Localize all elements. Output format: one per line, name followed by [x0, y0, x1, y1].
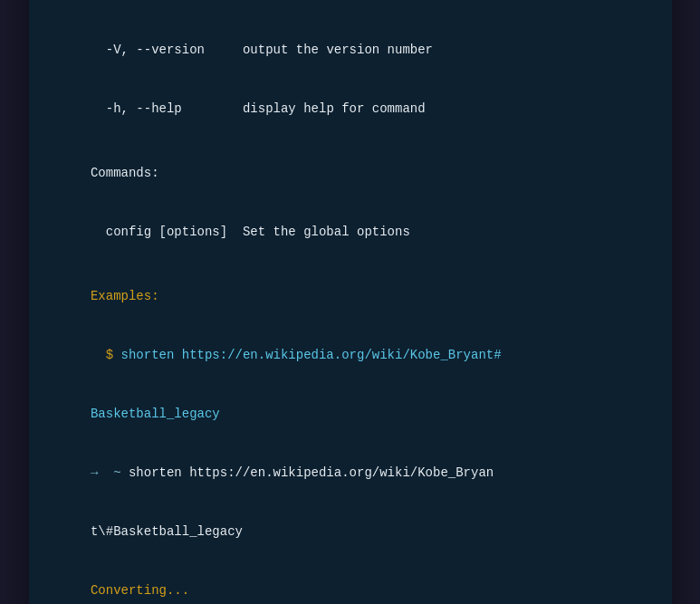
- commands-header: Commands:: [45, 144, 656, 203]
- command-config: config [options] Set the global options: [45, 203, 656, 262]
- command-text-2: shorten https://en.wikipedia.org/wiki/Ko…: [129, 465, 494, 480]
- help-desc: display help for command: [182, 101, 426, 116]
- config-cmd: config [options]: [91, 225, 243, 239]
- commands-label: Commands:: [91, 166, 159, 180]
- example-line-1: $ shorten https://en.wikipedia.org/wiki/…: [45, 327, 656, 386]
- converting-text: Converting...: [91, 583, 189, 598]
- option-version: -V, --version output the version number: [45, 21, 656, 80]
- options-header: Options:: [45, 0, 656, 21]
- examples-label: Examples:: [91, 289, 159, 303]
- version-flag: -V, --version: [91, 43, 205, 57]
- version-desc: output the version number: [205, 43, 433, 57]
- example-url-2: Basketball_legacy: [91, 407, 220, 421]
- help-flag: -h, --help: [91, 101, 182, 116]
- example-line-2: Basketball_legacy: [45, 386, 656, 445]
- example-url-1: shorten https://en.wikipedia.org/wiki/Ko…: [121, 348, 502, 362]
- examples-header: Examples:: [45, 267, 656, 326]
- option-help: -h, --help display help for command: [45, 80, 656, 139]
- terminal-body[interactable]: → ~ shorten -h Usage: shorten [options] …: [29, 0, 672, 604]
- command-text-2-cont: t\#Basketball_legacy: [91, 524, 243, 539]
- prompt-arrow-2: → ~: [91, 465, 129, 480]
- command-line-2-cont: t\#Basketball_legacy: [45, 503, 656, 562]
- command-line-2: → ~ shorten https://en.wikipedia.org/wik…: [45, 445, 656, 503]
- converting-line: Converting...: [45, 562, 656, 604]
- example-prompt-1: $: [91, 348, 121, 362]
- config-desc: Set the global options: [243, 225, 410, 239]
- terminal-window: ⌥⌘1 admin@C02YC0M6JG5L:~ → ~ shorten -h …: [29, 0, 672, 604]
